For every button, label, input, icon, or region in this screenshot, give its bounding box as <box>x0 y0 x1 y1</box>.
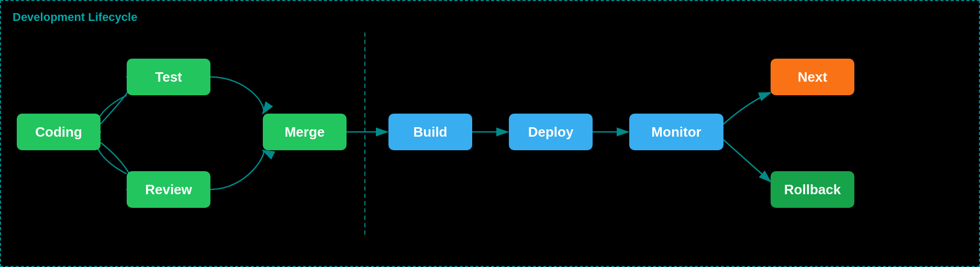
build-node: Build <box>388 114 472 150</box>
merge-node: Merge <box>263 114 347 150</box>
diagram-title: Development Lifecycle <box>13 10 137 24</box>
next-node[interactable]: Next <box>771 59 854 95</box>
test-node: Test <box>127 59 210 95</box>
rollback-node[interactable]: Rollback <box>771 171 854 208</box>
deploy-node: Deploy <box>509 114 593 150</box>
monitor-node: Monitor <box>629 114 723 150</box>
diagram-container: Development Lifecycle <box>0 0 980 267</box>
review-node: Review <box>127 171 210 208</box>
arrows-svg <box>1 1 980 267</box>
coding-node: Coding <box>17 114 101 150</box>
